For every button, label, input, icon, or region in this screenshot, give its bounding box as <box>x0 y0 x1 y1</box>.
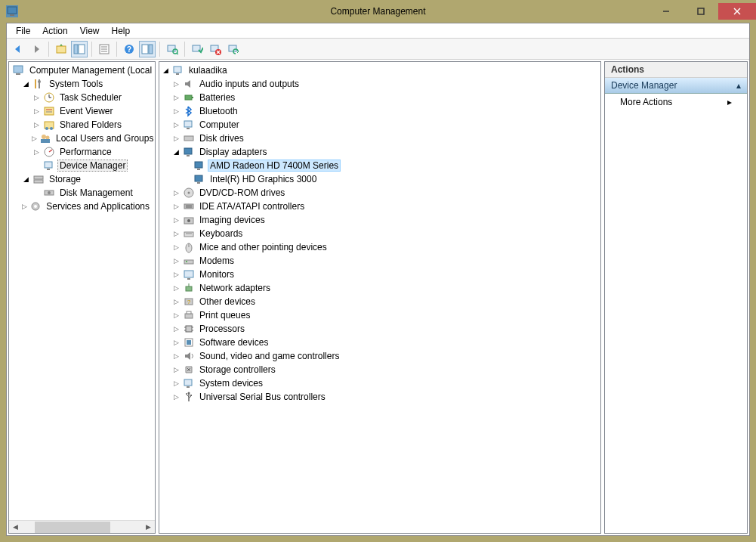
tree-local-users[interactable]: ▷ Local Users and Groups <box>9 132 155 145</box>
actions-section-device-manager[interactable]: Device Manager ▴ <box>605 78 747 94</box>
expander-icon[interactable]: ▷ <box>171 257 181 265</box>
expander-icon[interactable]: ▷ <box>171 189 181 197</box>
device-category[interactable]: ▷Network adapters <box>159 281 600 295</box>
menu-help[interactable]: Help <box>106 24 137 38</box>
disable-device-button[interactable] <box>207 41 224 57</box>
forward-button[interactable] <box>28 41 45 57</box>
device-category[interactable]: ▷Software devices <box>159 336 600 349</box>
device-category[interactable]: ▷Batteries <box>159 91 600 104</box>
expander-icon[interactable]: ▷ <box>171 339 181 346</box>
expander-icon[interactable]: ▷ <box>171 311 181 319</box>
device-category[interactable]: ▷Computer <box>159 118 600 132</box>
svg-rect-0 <box>8 7 17 14</box>
menu-action[interactable]: Action <box>36 24 73 38</box>
tree-system-tools[interactable]: ◢ System Tools <box>9 77 155 91</box>
tree-device-manager[interactable]: Device Manager <box>9 159 155 172</box>
help-button[interactable]: ? <box>121 41 137 57</box>
expander-icon[interactable]: ▷ <box>171 94 181 101</box>
expander-icon[interactable]: ▷ <box>171 121 181 129</box>
expander-icon[interactable]: ▷ <box>171 284 181 292</box>
update-driver-button[interactable] <box>225 41 242 57</box>
expander-icon[interactable]: ▷ <box>32 148 41 156</box>
tree-services-apps[interactable]: ▷ Services and Applications <box>9 200 155 213</box>
device-root[interactable]: ◢ kulaadika <box>159 63 600 77</box>
menu-view[interactable]: View <box>74 24 106 38</box>
tree-performance[interactable]: ▷ Performance <box>9 145 155 159</box>
device-category[interactable]: ▷Print queues <box>159 308 600 322</box>
show-actions-button[interactable] <box>139 41 156 57</box>
device-category[interactable]: ▷Monitors <box>159 268 600 281</box>
device-amd-radeon[interactable]: AMD Radeon HD 7400M Series <box>159 159 600 172</box>
expander-icon[interactable]: ▷ <box>171 203 181 210</box>
expander-icon[interactable]: ▷ <box>171 379 181 387</box>
device-category[interactable]: ▷Universal Serial Bus controllers <box>159 390 600 404</box>
scroll-left-arrow[interactable]: ◀ <box>9 523 22 531</box>
expander-icon[interactable]: ▷ <box>171 216 181 224</box>
expander-icon[interactable]: ▷ <box>32 135 37 142</box>
device-category[interactable]: ▷Mice and other pointing devices <box>159 240 600 254</box>
device-category[interactable]: ▷Storage controllers <box>159 363 600 376</box>
device-intel-hd[interactable]: Intel(R) HD Graphics 3000 <box>159 172 600 186</box>
up-button[interactable] <box>53 41 69 57</box>
scan-hardware-button[interactable] <box>164 41 181 57</box>
expander-icon[interactable]: ▷ <box>171 271 181 278</box>
toolbar-separator <box>116 42 117 57</box>
expander-icon[interactable]: ▷ <box>171 393 181 401</box>
scroll-right-arrow[interactable]: ▶ <box>142 523 155 531</box>
expander-open-icon[interactable]: ◢ <box>21 80 30 88</box>
device-category[interactable]: ▷Modems <box>159 254 600 268</box>
expander-open-icon[interactable]: ◢ <box>171 148 181 156</box>
expander-icon[interactable]: ▷ <box>32 94 41 101</box>
close-button[interactable] <box>718 3 756 20</box>
expander-icon[interactable]: ▷ <box>171 80 181 88</box>
collapse-icon[interactable]: ▴ <box>736 80 741 91</box>
actions-more[interactable]: More Actions ▸ <box>605 94 747 110</box>
tree-shared-folders[interactable]: ▷ Shared Folders <box>9 118 155 132</box>
expander-icon[interactable]: ▷ <box>171 298 181 305</box>
back-button[interactable] <box>10 41 26 57</box>
device-category[interactable]: ▷DVD/CD-ROM drives <box>159 186 600 200</box>
device-category[interactable]: ▷Sound, video and game controllers <box>159 349 600 363</box>
expander-open-icon[interactable]: ◢ <box>161 67 170 74</box>
tree-storage[interactable]: ◢ Storage <box>9 172 155 186</box>
expander-icon[interactable]: ▷ <box>32 121 41 129</box>
device-category[interactable]: ▷Bluetooth <box>159 104 600 118</box>
properties-button[interactable] <box>96 41 113 57</box>
svg-rect-87 <box>186 326 192 332</box>
console-tree[interactable]: Computer Management (Local ◢ System Tool… <box>9 62 155 520</box>
device-category[interactable]: ▷Disk drives <box>159 132 600 145</box>
device-category[interactable]: ▷IDE ATA/ATAPI controllers <box>159 200 600 213</box>
device-display-adapters[interactable]: ◢Display adapters <box>159 145 600 159</box>
tree-root[interactable]: Computer Management (Local <box>9 63 155 77</box>
horizontal-scrollbar[interactable]: ◀ ▶ <box>9 520 155 533</box>
expander-icon[interactable]: ▷ <box>171 366 181 373</box>
expander-icon[interactable]: ▷ <box>21 203 27 210</box>
expander-icon[interactable]: ▷ <box>171 352 181 360</box>
enable-device-button[interactable] <box>189 41 205 57</box>
device-category[interactable]: ▷Audio inputs and outputs <box>159 77 600 91</box>
device-category[interactable]: ▷Keyboards <box>159 227 600 240</box>
device-category[interactable]: ▷?Other devices <box>159 295 600 308</box>
device-tree-pane[interactable]: ◢ kulaadika ▷Audio inputs and outputs ▷B… <box>159 61 601 534</box>
tree-disk-management[interactable]: Disk Management <box>9 186 155 200</box>
tree-task-scheduler[interactable]: ▷ Task Scheduler <box>9 91 155 104</box>
titlebar[interactable]: Computer Management <box>0 0 756 23</box>
expander-icon[interactable]: ▷ <box>171 107 181 115</box>
scroll-thumb[interactable] <box>35 522 110 533</box>
expander-icon[interactable]: ▷ <box>171 325 181 333</box>
menu-file[interactable]: File <box>10 24 36 38</box>
expander-icon[interactable]: ▷ <box>32 107 41 115</box>
device-category[interactable]: ▷Processors <box>159 322 600 336</box>
show-hide-tree-button[interactable] <box>71 41 88 57</box>
tree-event-viewer[interactable]: ▷ Event Viewer <box>9 104 155 118</box>
expander-icon[interactable]: ▷ <box>171 243 181 251</box>
svg-rect-47 <box>34 176 43 179</box>
expander-icon[interactable]: ▷ <box>171 135 181 142</box>
device-category[interactable]: ▷Imaging devices <box>159 213 600 227</box>
maximize-button[interactable] <box>683 3 718 20</box>
expander-open-icon[interactable]: ◢ <box>21 175 30 183</box>
minimize-button[interactable] <box>649 3 683 20</box>
tree-label-selected: AMD Radeon HD 7400M Series <box>208 160 341 172</box>
expander-icon[interactable]: ▷ <box>171 230 181 237</box>
device-category[interactable]: ▷System devices <box>159 376 600 390</box>
